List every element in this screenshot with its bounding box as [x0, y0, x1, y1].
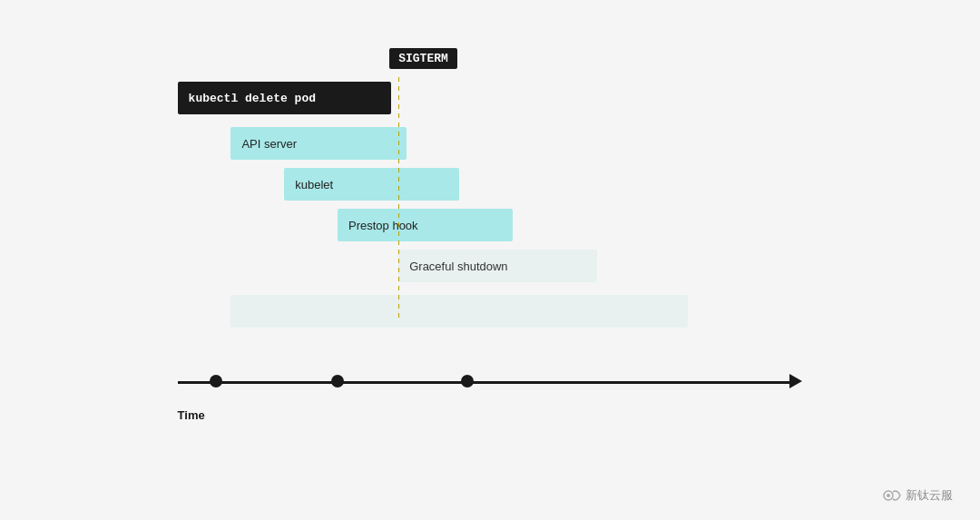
- watermark: 新钛云服: [882, 487, 953, 504]
- band-graceful: Graceful shutdown: [398, 250, 596, 282]
- watermark-text: 新钛云服: [906, 487, 953, 504]
- band-label-graceful: Graceful shutdown: [398, 250, 596, 282]
- band-label-kubectl: kubectl delete pod: [178, 82, 391, 114]
- band-label-kubelet: kubelet: [284, 168, 459, 201]
- band-kubectl: kubectl delete pod: [178, 82, 391, 114]
- sigterm-label: SIGTERM: [389, 48, 457, 69]
- band-kubelet: kubelet: [284, 168, 459, 201]
- band-label-prestop: Prestop hook: [338, 209, 513, 241]
- svg-point-1: [887, 494, 890, 497]
- band-prestop: Prestop hook: [338, 209, 513, 241]
- timeline-dot-1: [331, 375, 344, 388]
- timeline-dot-2: [461, 375, 474, 388]
- time-label: Time: [178, 408, 205, 422]
- band-label-api-server: API server: [230, 127, 406, 160]
- sigterm-line: [398, 77, 399, 322]
- band-api-server: API server: [230, 127, 406, 160]
- timeline-dot-0: [210, 375, 222, 388]
- diagram-container: kubectl delete podAPI serverkubeletPrest…: [109, 27, 871, 466]
- timeline-arrow: [789, 374, 802, 388]
- band-bottom-bar: [230, 295, 688, 328]
- timeline-line: [178, 381, 794, 384]
